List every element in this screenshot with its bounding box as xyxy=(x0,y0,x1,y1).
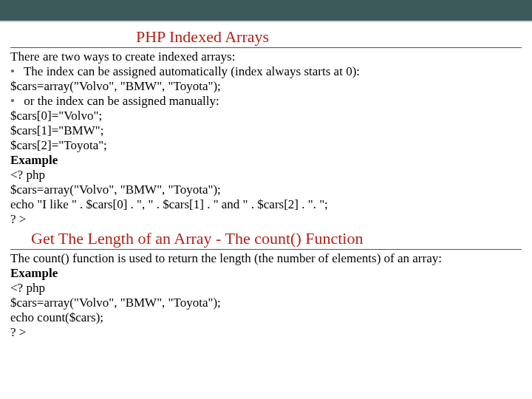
code-manual-1: $cars[1]="BMW"; xyxy=(10,123,522,138)
heading-indexed-arrays: PHP Indexed Arrays xyxy=(10,27,522,48)
slide-top-bar xyxy=(0,0,532,22)
example1-line4: ? > xyxy=(10,212,522,227)
example-label-1: Example xyxy=(10,153,522,168)
bullet-icon: • xyxy=(10,64,21,79)
bullet-auto-index-text: The index can be assigned automatically … xyxy=(24,64,360,78)
bullet-manual-index-text: or the index can be assigned manually: xyxy=(24,94,219,108)
example1-line2: $cars=array("Volvo", "BMW", "Toyota"); xyxy=(10,183,522,197)
heading-count-function: Get The Length of an Array - The count()… xyxy=(10,228,522,250)
bullet-manual-index: • or the index can be assigned manually: xyxy=(10,94,522,109)
bullet-auto-index: • The index can be assigned automaticall… xyxy=(10,64,522,79)
example1-line3: echo "I like " . $cars[0] . ", " . $cars… xyxy=(10,197,522,212)
example2-line4: ? > xyxy=(10,325,522,340)
code-manual-2: $cars[2]="Toyota"; xyxy=(10,138,522,153)
count-intro-text: The count() function is used to return t… xyxy=(10,251,522,266)
example2-line3: echo count($cars); xyxy=(10,310,522,325)
example2-line2: $cars=array("Volvo", "BMW", "Toyota"); xyxy=(10,296,522,310)
slide-content: PHP Indexed Arrays There are two ways to… xyxy=(0,22,532,340)
example2-line1: <? php xyxy=(10,281,522,296)
example-label-2: Example xyxy=(10,266,522,281)
example1-line1: <? php xyxy=(10,168,522,183)
code-auto-array: $cars=array("Volvo", "BMW", "Toyota"); xyxy=(10,79,522,94)
bullet-icon: • xyxy=(10,94,21,109)
code-manual-0: $cars[0]="Volvo"; xyxy=(10,109,522,123)
intro-text: There are two ways to create indexed arr… xyxy=(10,50,522,64)
